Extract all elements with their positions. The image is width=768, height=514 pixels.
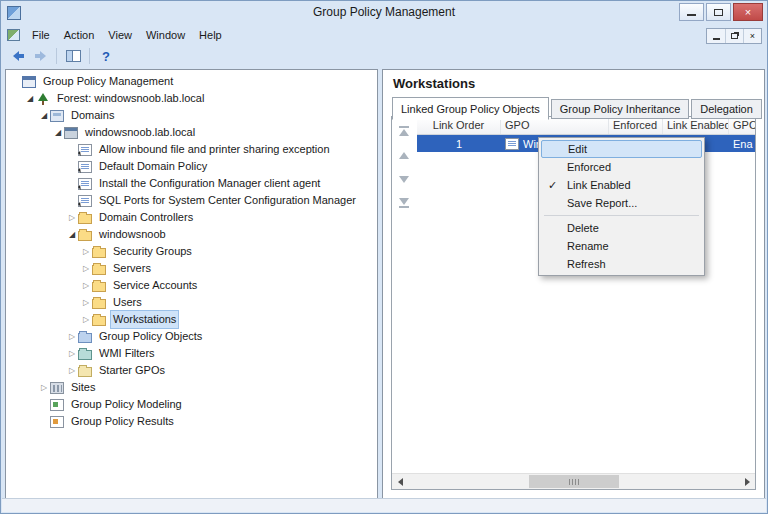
context-menu-item-refresh[interactable]: Refresh [541, 255, 702, 273]
tree-item-windowsnoob-ou[interactable]: windowsnoob [6, 226, 377, 243]
domain-icon [64, 127, 78, 139]
chevron-expanded-icon[interactable] [52, 124, 64, 141]
domains-icon [50, 110, 64, 122]
mdi-restore-icon [731, 33, 738, 39]
link-order-gutter [392, 117, 417, 473]
horizontal-scrollbar[interactable] [392, 473, 755, 489]
column-header-link-enabled[interactable]: Link Enabled [663, 117, 729, 134]
tree-item-gpo-link[interactable]: Allow inbound file and printer sharing e… [6, 141, 377, 158]
tree-item-workstations[interactable]: Workstations [6, 311, 377, 328]
chevron-collapsed-icon[interactable] [66, 345, 78, 362]
help-button[interactable]: ? [95, 47, 117, 65]
tree-item-domains[interactable]: Domains [6, 107, 377, 124]
gp-results-icon [50, 416, 64, 428]
tree-item-users[interactable]: Users [6, 294, 377, 311]
menu-help[interactable]: Help [192, 27, 229, 43]
mdi-window-controls: × [706, 28, 762, 44]
menu-action[interactable]: Action [57, 27, 102, 43]
scroll-left-icon [398, 478, 403, 486]
tree-item-forest[interactable]: Forest: windowsnoob.lab.local [6, 90, 377, 107]
tree-item-group-policy-modeling[interactable]: Group Policy Modeling [6, 396, 377, 413]
mdi-restore-button[interactable] [725, 29, 743, 43]
chevron-collapsed-icon[interactable] [66, 328, 78, 345]
column-header-gpo-status[interactable]: GPO [729, 117, 755, 134]
move-down-icon [399, 176, 409, 183]
context-menu-item-save-report[interactable]: Save Report... [541, 194, 702, 212]
move-down-button[interactable] [396, 171, 412, 187]
scroll-left-button[interactable] [392, 474, 408, 489]
tree-item-domain[interactable]: windowsnoob.lab.local [6, 124, 377, 141]
tab-linked-group-policy-objects[interactable]: Linked Group Policy Objects [392, 97, 549, 120]
mdi-minimize-button[interactable] [707, 29, 725, 43]
tree-item-security-groups[interactable]: Security Groups [6, 243, 377, 260]
help-icon: ? [102, 49, 110, 64]
move-to-bottom-icon [399, 198, 409, 205]
chevron-collapsed-icon[interactable] [66, 209, 78, 226]
ou-icon [78, 214, 92, 224]
console-root-icon [22, 76, 36, 88]
tree-item-servers[interactable]: Servers [6, 260, 377, 277]
menu-window[interactable]: Window [139, 27, 192, 43]
tab-delegation[interactable]: Delegation [691, 99, 762, 119]
minimize-button[interactable] [679, 3, 704, 21]
move-to-bottom-icon [399, 206, 409, 208]
forward-button[interactable] [29, 47, 51, 65]
starter-gpos-icon [78, 367, 92, 377]
gpo-link-icon [78, 161, 92, 173]
chevron-expanded-icon[interactable] [66, 226, 78, 243]
console-tree-pane: Group Policy Management Forest: windowsn… [5, 69, 378, 499]
context-menu-item-link-enabled[interactable]: ✓ Link Enabled [541, 176, 702, 194]
maximize-icon [714, 9, 723, 16]
tree-item-domain-controllers[interactable]: Domain Controllers [6, 209, 377, 226]
chevron-collapsed-icon[interactable] [80, 311, 92, 328]
chevron-collapsed-icon[interactable] [80, 260, 92, 277]
console-icon [7, 29, 20, 41]
results-pane: Workstations Linked Group Policy Objects… [382, 69, 765, 499]
scroll-right-button[interactable] [739, 474, 755, 489]
toolbar: ? [1, 45, 767, 67]
ou-icon [78, 231, 92, 241]
wmi-filters-icon [78, 350, 92, 360]
toolbar-separator [89, 48, 90, 64]
context-menu-item-delete[interactable]: Delete [541, 219, 702, 237]
tree-item-service-accounts[interactable]: Service Accounts [6, 277, 377, 294]
tab-group-policy-inheritance[interactable]: Group Policy Inheritance [551, 99, 689, 119]
move-to-bottom-button[interactable] [396, 195, 412, 211]
tree-item-group-policy-results[interactable]: Group Policy Results [6, 413, 377, 430]
context-menu-item-rename[interactable]: Rename [541, 237, 702, 255]
chevron-collapsed-icon[interactable] [80, 294, 92, 311]
move-to-top-button[interactable] [396, 123, 412, 139]
close-button[interactable]: × [733, 3, 763, 21]
tree-item-gpo-link[interactable]: Default Domain Policy [6, 158, 377, 175]
tree-item-gpo-link[interactable]: SQL Ports for System Center Configuratio… [6, 192, 377, 209]
tree-item-gpo-link[interactable]: Install the Configuration Manager client… [6, 175, 377, 192]
scroll-right-icon [745, 478, 750, 486]
forward-icon [35, 51, 46, 61]
tree-item-starter-gpos[interactable]: Starter GPOs [6, 362, 377, 379]
column-header-enforced[interactable]: Enforced [609, 117, 663, 134]
gp-modeling-icon [50, 399, 64, 411]
maximize-button[interactable] [706, 3, 731, 21]
menu-file[interactable]: File [25, 27, 57, 43]
toolbar-separator [56, 48, 57, 64]
show-console-tree-button[interactable] [62, 47, 84, 65]
move-up-icon [399, 152, 409, 159]
gpo-link-icon [78, 178, 92, 190]
tree-item-group-policy-management[interactable]: Group Policy Management [6, 73, 377, 90]
chevron-expanded-icon[interactable] [38, 107, 50, 124]
tree-item-wmi-filters[interactable]: WMI Filters [6, 345, 377, 362]
menu-view[interactable]: View [101, 27, 139, 43]
tree-item-sites[interactable]: Sites [6, 379, 377, 396]
back-button[interactable] [7, 47, 29, 65]
context-menu-item-enforced[interactable]: Enforced [541, 158, 702, 176]
context-menu-item-edit[interactable]: Edit [541, 140, 702, 158]
mdi-close-button[interactable]: × [743, 29, 761, 43]
chevron-collapsed-icon[interactable] [80, 277, 92, 294]
chevron-collapsed-icon[interactable] [38, 379, 50, 396]
chevron-collapsed-icon[interactable] [66, 362, 78, 379]
move-up-button[interactable] [396, 147, 412, 163]
chevron-collapsed-icon[interactable] [80, 243, 92, 260]
chevron-expanded-icon[interactable] [24, 90, 36, 107]
tree-item-group-policy-objects[interactable]: Group Policy Objects [6, 328, 377, 345]
scrollbar-thumb[interactable] [529, 475, 619, 488]
